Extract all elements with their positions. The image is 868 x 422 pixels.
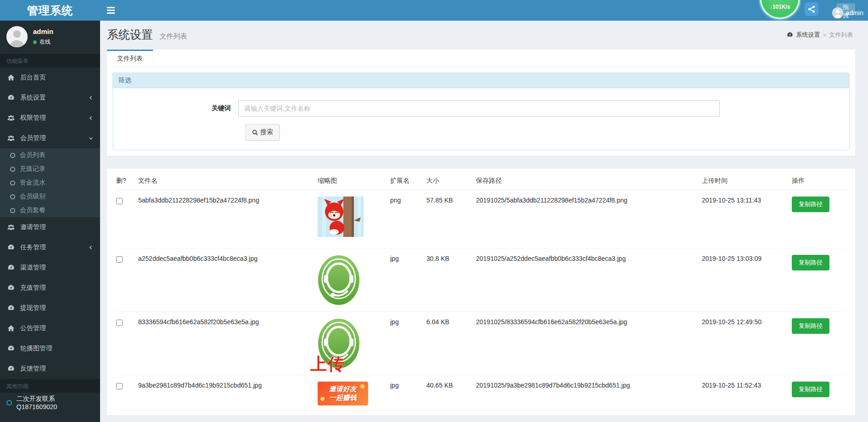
sidebar-item[interactable]: 系统设置 (0, 88, 100, 108)
sidebar-subitem[interactable]: 会员套餐 (0, 203, 100, 217)
breadcrumb-parent[interactable]: 系统设置 (796, 31, 820, 39)
column-header: 缩略图 (318, 177, 390, 185)
breadcrumb-separator: > (823, 32, 826, 39)
tab-pane: 筛选 关键词 搜索 (107, 67, 855, 156)
sidebar-item[interactable]: 轮播图管理 (0, 338, 100, 359)
sidebar-item[interactable]: 提现管理 (0, 298, 100, 318)
thumbnail-cell[interactable]: 上传 (318, 317, 390, 370)
file-size: 6.04 KB (426, 317, 476, 326)
sidebar-item[interactable]: 邀请管理 (0, 217, 100, 237)
copy-path-button[interactable]: 复制路径 (792, 382, 829, 397)
chevron-down-icon (88, 135, 94, 141)
sidebar-subitem-label: 会员级别 (20, 192, 45, 201)
main-content: 系统设置 文件列表 系统设置 > 文件列表 文件列表 筛选 关键词 (100, 21, 868, 422)
keyword-label: 关键词 (120, 104, 238, 113)
upload-time: 2019-10-25 12:49:50 (702, 317, 792, 326)
sidebar-item-label: 轮播图管理 (20, 344, 94, 353)
file-path: 20191025/a252ddec5aeafbb0b6c333cf4bc8eca… (476, 254, 702, 262)
file-table: 删?文件名缩略图扩展名大小保存路径上传时间操作 5abfa3ddb2112282… (107, 169, 855, 415)
sidebar-other-label: 其他功能 (0, 379, 100, 393)
keyword-input[interactable] (238, 100, 720, 117)
upload-time: 2019-10-25 13:03:09 (702, 254, 792, 262)
thumbnail-cell[interactable]: 邀请好友一起赚钱 (318, 381, 390, 405)
sidebar: 管理系统 admin 在线 功能菜单 后台首页系统设置权限管理会员管理会员列表充… (0, 0, 100, 422)
sidebar-subitem[interactable]: 资金流水 (0, 176, 100, 190)
column-header: 上传时间 (702, 177, 792, 185)
sidebar-item[interactable]: 充值管理 (0, 278, 100, 298)
sidebar-subitem-label: 会员套餐 (20, 206, 45, 214)
row-checkbox[interactable] (116, 198, 123, 204)
column-header: 保存路径 (476, 177, 702, 185)
column-header: 文件名 (138, 177, 318, 185)
thumbnail-cell[interactable] (318, 254, 390, 307)
invite-banner-thumbnail: 邀请好友一起赚钱 (318, 382, 368, 405)
sidebar-toggle-button[interactable] (100, 0, 121, 21)
app-window: 管理系统 admin 在线 功能菜单 后台首页系统设置权限管理会员管理会员列表充… (0, 0, 868, 422)
sidebar-item[interactable]: 后台首页 (0, 68, 100, 88)
row-checkbox[interactable] (116, 320, 123, 326)
sidebar-item[interactable]: 会员管理 (0, 128, 100, 148)
circle-icon (10, 167, 15, 172)
users-icon (7, 135, 15, 142)
sidebar-item-label: 充值管理 (20, 284, 94, 292)
column-header: 扩展名 (390, 177, 426, 185)
sidebar-item-label: 提现管理 (20, 304, 94, 312)
file-size: 40.65 KB (426, 381, 476, 389)
top-navbar: ↓101K/s 拖拽上传 admin (100, 0, 868, 21)
dashboard-icon (787, 32, 793, 38)
chevron-left-icon (88, 115, 94, 121)
sidebar-subitem[interactable]: 会员级别 (0, 190, 100, 203)
network-speed-widget[interactable]: ↓101K/s (760, 0, 800, 19)
sidebar-item-label: 权限管理 (20, 114, 88, 122)
sidebar-item[interactable]: 任务管理 (0, 237, 100, 258)
sidebar-item-label: 邀请管理 (20, 223, 94, 231)
file-name: 5abfa3ddb211228298ef15b2a47224f8.png (138, 196, 318, 204)
sidebar-menu: 后台首页系统设置权限管理会员管理会员列表充值记录资金流水会员级别会员套餐邀请管理… (0, 68, 100, 379)
sidebar-subitem[interactable]: 会员列表 (0, 148, 100, 162)
dashboard-icon (7, 264, 15, 271)
search-button[interactable]: 搜索 (246, 124, 280, 141)
navbar-user-menu[interactable]: admin (832, 7, 863, 18)
share-icon (807, 5, 816, 13)
filter-panel-title: 筛选 (113, 73, 849, 88)
sidebar-item[interactable]: 渠道管理 (0, 258, 100, 278)
copy-path-button[interactable]: 复制路径 (792, 197, 829, 212)
column-header: 大小 (426, 177, 476, 185)
row-checkbox[interactable] (116, 383, 123, 389)
sidebar-item[interactable]: 公告管理 (0, 318, 100, 338)
users-icon (7, 114, 15, 122)
row-checkbox[interactable] (116, 256, 123, 263)
upload-time: 2019-10-25 13:11:43 (702, 196, 792, 204)
table-row: 5abfa3ddb211228298ef15b2a47224f8.pngpng5… (116, 190, 846, 248)
fox-thumbnail (318, 197, 364, 237)
breadcrumb-current: 文件列表 (829, 31, 853, 39)
sidebar-item-dev-contact[interactable]: 二次开发联系Q1871609020 (0, 393, 100, 413)
page-subtitle: 文件列表 (159, 32, 187, 40)
copy-path-button[interactable]: 复制路径 (792, 255, 829, 270)
tabs-box: 文件列表 筛选 关键词 搜索 (107, 50, 855, 156)
circle-icon (10, 208, 15, 213)
file-size: 30.8 KB (426, 254, 476, 262)
sidebar-subitem[interactable]: 充值记录 (0, 162, 100, 176)
filter-panel-body: 关键词 搜索 (113, 88, 849, 150)
dashboard-icon (7, 284, 15, 292)
copy-path-button[interactable]: 复制路径 (792, 318, 829, 334)
sidebar-item[interactable]: 权限管理 (0, 108, 100, 128)
app-logo[interactable]: 管理系统 (0, 0, 100, 21)
cloud-share-button[interactable] (805, 2, 818, 16)
circle-icon (6, 400, 12, 405)
sidebar-item-label: 后台首页 (20, 73, 94, 82)
circle-icon (10, 180, 15, 186)
thumbnail-cell[interactable] (318, 196, 390, 238)
file-path: 20191025/5abfa3ddb211228298ef15b2a47224f… (476, 196, 702, 204)
tab-file-list[interactable]: 文件列表 (107, 50, 153, 67)
table-row: 83336594cfb616e62a582f20b5e63e5a.jpg上传jp… (116, 312, 846, 375)
navbar-avatar (832, 7, 843, 18)
home-icon (7, 325, 15, 332)
table-row: 9a3be2981c89d7b4d6c19b9215cbd651.jpg邀请好友… (116, 375, 846, 411)
sidebar-item[interactable]: 反馈管理 (0, 359, 100, 379)
online-dot-icon (33, 40, 37, 44)
sidebar-section-label: 功能菜单 (0, 54, 100, 68)
circle-icon (10, 153, 15, 158)
page-title: 系统设置 (107, 28, 153, 41)
